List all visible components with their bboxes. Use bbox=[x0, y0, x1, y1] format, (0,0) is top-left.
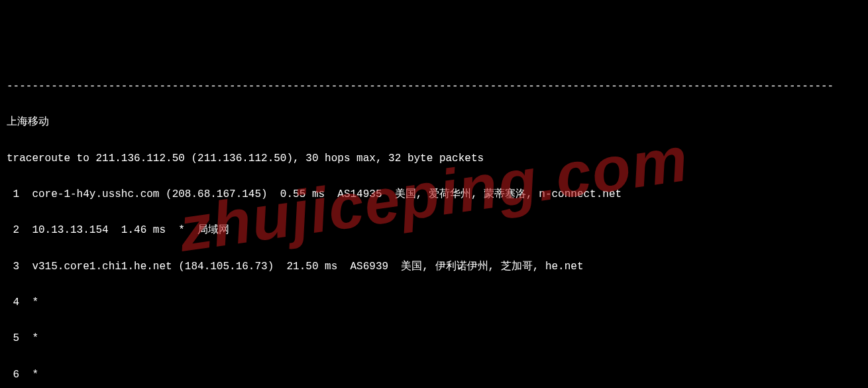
hop-number: 2 bbox=[7, 222, 19, 239]
hop-row: 5 * bbox=[7, 330, 861, 348]
traceroute-header: traceroute to 211.136.112.50 (211.136.11… bbox=[7, 150, 861, 168]
hop-number: 5 bbox=[7, 330, 19, 348]
hop-text: 10.13.13.154 1.46 ms * 局域网 bbox=[32, 224, 229, 236]
hop-row: 2 10.13.13.154 1.46 ms * 局域网 bbox=[7, 222, 861, 239]
hop-number: 4 bbox=[7, 294, 19, 312]
separator-line: ----------------------------------------… bbox=[7, 78, 861, 96]
hop-number: 1 bbox=[7, 186, 19, 204]
hop-text: * bbox=[32, 296, 38, 308]
hop-text: core-1-h4y.usshc.com (208.68.167.145) 0.… bbox=[32, 188, 622, 200]
hop-row: 3 v315.core1.chi1.he.net (184.105.16.73)… bbox=[7, 258, 861, 276]
hop-number: 3 bbox=[7, 258, 19, 276]
hop-row: 6 * bbox=[7, 366, 861, 384]
hop-row: 1 core-1-h4y.usshc.com (208.68.167.145) … bbox=[7, 186, 861, 204]
hop-number: 6 bbox=[7, 366, 19, 384]
hop-row: 4 * bbox=[7, 294, 861, 312]
trace-title: 上海移动 bbox=[7, 113, 861, 131]
hop-text: * bbox=[32, 332, 38, 344]
hop-text: * bbox=[32, 369, 38, 381]
hop-text: v315.core1.chi1.he.net (184.105.16.73) 2… bbox=[32, 261, 583, 273]
